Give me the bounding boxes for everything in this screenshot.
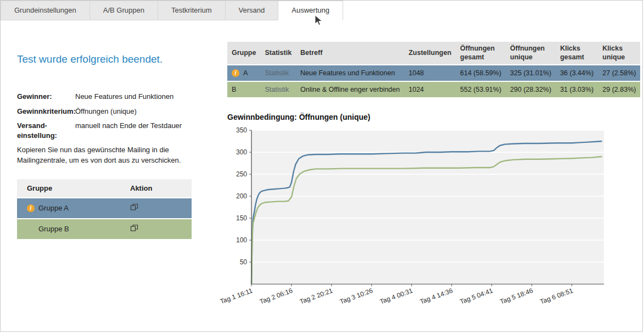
y-tick-label: 350 [236,126,247,134]
summary-panel: Test wurde erfolgreich beendet. Gewinner… [17,20,193,314]
group-name-label: Gruppe B [38,225,69,233]
x-tick-label: Tag 4 14:36 [419,287,454,306]
cell-klicks-unique: 29 (2.83%) [598,82,640,97]
x-tick-label: Tag 5 04:41 [459,287,494,306]
cell-oeffnungen-unique: 290 (28.32%) [506,82,556,97]
results-panel: GruppeStatistikBetreffZustellungenÖffnun… [227,20,642,314]
y-tick-label: 50 [240,258,248,266]
copy-icon[interactable] [130,203,138,211]
detail-value: Neue Features und Funktionen [75,92,193,102]
group-row-gruppe-a[interactable]: iGruppe A [17,198,192,218]
tab-versand[interactable]: Versand [225,1,279,20]
gruppe-letter: A [243,69,248,77]
cell-oeffnungen-gesamt: 552 (53.91%) [456,82,506,97]
gruppe-cell-content: B [232,86,256,93]
tab-testkriterium[interactable]: Testkriterium [158,1,226,20]
cell-oeffnungen-gesamt: 614 (58.59%) [456,65,506,81]
results-header-ffnungen-gesamt: Öffnungen gesamt [456,42,506,64]
cell-oeffnungen-unique: 325 (31.01%) [506,65,556,81]
ab-test-evaluation-window: GrundeinstellungenA/B GruppenTestkriteri… [0,0,643,332]
cell-gruppe: iA [227,65,260,81]
cell-zustellungen: 1048 [404,65,456,81]
detail-value: manuell nach Ende der Testdauer [75,121,193,140]
x-tick-label: Tag 2 20:21 [299,287,334,306]
statistik-link[interactable]: Statistik [260,65,296,81]
x-tick-label: Tag 4 00:31 [379,287,414,306]
results-row-a: iAStatistikNeue Features und Funktionen1… [227,65,640,81]
statistik-link[interactable]: Statistik [260,82,296,97]
group-table-header: GruppeAktion [17,179,192,197]
group-header-aktion: Aktion [130,184,192,192]
y-tick-label: 150 [236,214,247,222]
chart-title: Gewinnbedingung: Öffnungen (unique) [227,113,642,121]
x-tick-label: Tag 3 10:26 [339,287,374,306]
y-tick-label: 300 [236,148,247,156]
group-name: iGruppe A [17,204,130,212]
tab-a-b-gruppen[interactable]: A/B Gruppen [89,1,158,20]
results-table: GruppeStatistikBetreffZustellungenÖffnun… [227,41,640,98]
gruppe-letter: B [232,86,236,93]
group-name: Gruppe B [17,225,130,233]
detail-label: Gewinnkriterium: [17,107,75,116]
detail-row: Versand-einstellung:manuell nach Ende de… [17,121,193,140]
info-icon: i [27,204,35,212]
group-row-gruppe-b[interactable]: Gruppe B [17,219,192,239]
detail-value: Öffnungen (unique) [75,107,193,116]
results-header-zustellungen: Zustellungen [404,42,456,64]
cell-betreff: Neue Features und Funktionen [296,65,404,81]
x-tick-label: Tag 6 08:51 [539,287,574,306]
results-header-klicks-unique: Klicks unique [598,42,640,64]
results-header-ffnungen-unique: Öffnungen unique [506,42,556,64]
x-tick-label: Tag 2 06:16 [259,287,294,306]
detail-row: Gewinner:Neue Features und Funktionen [17,92,193,102]
x-tick-label: Tag 1 16:11 [219,287,254,306]
tab-bar: GrundeinstellungenA/B GruppenTestkriteri… [1,1,642,20]
tab-grundeinstellungen[interactable]: Grundeinstellungen [1,1,90,20]
y-tick-label: 200 [236,192,247,200]
y-tick-label: 250 [236,170,247,178]
status-heading: Test wurde erfolgreich beendet. [17,53,193,65]
results-header-gruppe: Gruppe [227,42,260,64]
x-tick-label: Tag 5 18:46 [499,287,534,306]
group-header-gruppe: Gruppe [17,184,130,192]
cell-klicks-gesamt: 31 (3.03%) [556,82,598,97]
cell-gruppe: B [227,82,260,97]
results-header-statistik: Statistik [260,42,296,64]
group-name-label: Gruppe A [38,204,69,212]
plot-area [251,130,604,284]
results-header-row: GruppeStatistikBetreffZustellungenÖffnun… [227,42,640,64]
instruction-text: Kopieren Sie nun das gewünschte Mailing … [17,145,193,166]
copy-icon[interactable] [130,224,138,232]
detail-row: Gewinnkriterium:Öffnungen (unique) [17,107,193,116]
chart-svg: 50100150200250300350Tag 1 16:11Tag 2 06:… [227,126,612,314]
cell-zustellungen: 1024 [404,82,456,97]
group-action [130,224,192,234]
result-details: Gewinner:Neue Features und FunktionenGew… [17,92,193,140]
cell-klicks-unique: 27 (2.58%) [598,65,640,81]
gruppe-cell-content: iA [232,69,256,77]
results-header-betreff: Betreff [296,42,404,64]
line-chart: 50100150200250300350Tag 1 16:11Tag 2 06:… [227,126,642,314]
cell-klicks-gesamt: 36 (3.44%) [556,65,598,81]
detail-label: Versand-einstellung: [17,121,75,140]
info-icon: i [232,69,239,77]
detail-label: Gewinner: [17,92,75,102]
cell-betreff: Online & Offline enger verbinden [296,82,404,97]
y-tick-label: 100 [236,236,247,244]
group-action [130,203,192,213]
results-header-klicks-gesamt: Klicks gesamt [556,42,598,64]
results-row-b: BStatistikOnline & Offline enger verbind… [227,82,640,97]
tab-auswertung[interactable]: Auswertung [278,1,343,20]
content-area: Test wurde erfolgreich beendet. Gewinner… [1,20,642,314]
group-action-table: GruppeAktioniGruppe AGruppe B [17,179,192,239]
